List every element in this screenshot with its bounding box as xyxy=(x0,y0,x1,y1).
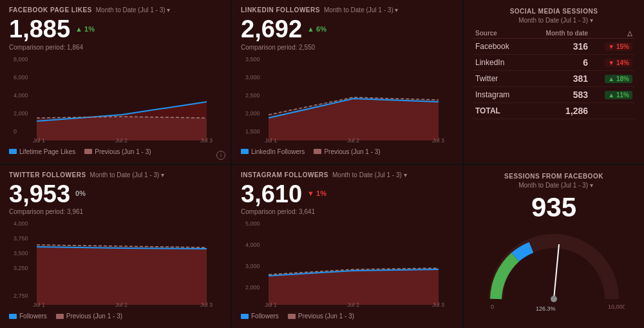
svg-text:Jul 3: Jul 3 xyxy=(200,137,213,144)
svg-text:Jul 3: Jul 3 xyxy=(200,302,213,308)
svg-text:8,000: 8,000 xyxy=(14,56,28,63)
svg-text:2,750: 2,750 xyxy=(14,293,28,299)
instagram-legend-label: Followers xyxy=(251,313,279,320)
facebook-legend: Lifetime Page Likes Previous (Jun 1 - 3) xyxy=(9,148,222,155)
instagram-legend-current: Followers xyxy=(241,313,279,320)
svg-text:Jul 2: Jul 2 xyxy=(115,137,128,144)
twitter-value: 3,953 xyxy=(9,181,70,208)
svg-text:10,000: 10,000 xyxy=(608,304,625,310)
value-facebook: 316 xyxy=(526,39,591,55)
svg-text:4,000: 4,000 xyxy=(14,220,28,227)
delta-instagram: ▲ 11% xyxy=(591,87,635,103)
linkedin-legend-previous: Previous (Jun 1 - 3) xyxy=(314,148,380,155)
dashboard: FACEBOOK PAGE LIKES Month to Date (Jul 1… xyxy=(0,0,644,328)
svg-text:2,500: 2,500 xyxy=(245,92,260,99)
value-instagram: 583 xyxy=(526,87,591,103)
twitter-title: TWITTER FOLLOWERS xyxy=(9,171,86,178)
svg-text:Jul 2: Jul 2 xyxy=(347,302,359,308)
svg-text:126.3%: 126.3% xyxy=(536,305,556,312)
table-row: Facebook 316 ▼ 15% xyxy=(473,39,635,55)
twitter-legend-color-prev xyxy=(56,314,64,319)
svg-text:2,000: 2,000 xyxy=(245,110,260,117)
delta-twitter: ▲ 18% xyxy=(591,71,635,87)
total-value: 1,286 xyxy=(526,103,591,119)
svg-text:0: 0 xyxy=(14,128,17,135)
svg-marker-35 xyxy=(269,268,439,305)
facebook-date-filter[interactable]: Month to Date (Jul 1 - 3) xyxy=(96,6,171,14)
instagram-value: 3,610 xyxy=(241,181,302,208)
social-sessions-date-filter[interactable]: Month to Date (Jul 1 - 3) xyxy=(518,17,593,24)
instagram-legend-label-prev: Previous (Jun 1 - 3) xyxy=(298,313,354,320)
facebook-legend-previous: Previous (Jun 1 - 3) xyxy=(84,148,151,155)
svg-marker-26 xyxy=(37,245,207,305)
linkedin-title: LINKEDIN FOLLOWERS xyxy=(241,6,320,14)
facebook-chart: 8,000 6,000 4,000 2,000 0 Jul 1 Jul 2 Ju… xyxy=(9,53,222,146)
linkedin-badge: ▲ 6% xyxy=(307,25,327,33)
twitter-panel: TWITTER FOLLOWERS Month to Date (Jul 1 -… xyxy=(0,165,231,329)
instagram-title: INSTAGRAM FOLLOWERS xyxy=(241,171,328,178)
fb-sessions-value: 935 xyxy=(531,192,576,223)
source-twitter: Twitter xyxy=(473,71,526,87)
twitter-date-filter[interactable]: Month to Date (Jul 1 - 3) xyxy=(90,171,165,178)
social-sessions-title: SOCIAL MEDIA SESSIONS xyxy=(510,8,598,15)
linkedin-legend-color-previous xyxy=(314,149,321,154)
facebook-legend-color-previous xyxy=(84,149,92,154)
linkedin-date-filter[interactable]: Month to Date (Jul 1 - 3) xyxy=(324,6,399,14)
twitter-legend-label-prev: Previous (Jun 1 - 3) xyxy=(66,313,122,320)
svg-text:3,500: 3,500 xyxy=(245,56,260,63)
svg-text:2,000: 2,000 xyxy=(245,284,260,291)
instagram-legend-color xyxy=(241,314,249,319)
twitter-legend: Followers Previous (Jun 1 - 3) xyxy=(9,313,222,320)
delta-facebook: ▼ 15% xyxy=(591,39,635,55)
linkedin-legend-current: LinkedIn Followers xyxy=(241,148,305,155)
svg-text:Jul 1: Jul 1 xyxy=(265,302,277,308)
svg-text:6,000: 6,000 xyxy=(14,74,28,81)
instagram-date-filter[interactable]: Month to Date (Jul 1 - 3) xyxy=(332,171,407,178)
linkedin-comparison: Comparison period: 2,550 xyxy=(241,44,453,51)
svg-marker-16 xyxy=(269,97,439,140)
instagram-legend-previous: Previous (Jun 1 - 3) xyxy=(288,313,354,320)
total-label: TOTAL xyxy=(473,103,526,119)
facebook-legend-label-previous: Previous (Jun 1 - 3) xyxy=(95,148,151,155)
linkedin-legend-color-current xyxy=(241,149,249,154)
svg-text:Jul 3: Jul 3 xyxy=(432,302,444,308)
svg-text:3,000: 3,000 xyxy=(245,263,260,269)
svg-line-39 xyxy=(554,244,559,299)
linkedin-legend: LinkedIn Followers Previous (Jun 1 - 3) xyxy=(241,148,453,155)
linkedin-legend-label-previous: Previous (Jun 1 - 3) xyxy=(324,148,380,155)
fb-sessions-date-filter[interactable]: Month to Date (Jul 1 - 3) xyxy=(518,182,593,189)
svg-text:Jul 1: Jul 1 xyxy=(265,137,277,144)
instagram-chart: 5,000 4,000 3,000 2,000 Jul 1 Jul 2 Jul … xyxy=(241,218,453,310)
facebook-comparison: Comparison period: 1,864 xyxy=(9,44,222,51)
sessions-table: Source Month to date △ Facebook 316 ▼ 15… xyxy=(473,28,635,119)
svg-text:1,500: 1,500 xyxy=(245,128,260,135)
twitter-legend-current: Followers xyxy=(9,313,47,320)
twitter-legend-label: Followers xyxy=(19,313,47,320)
facebook-title: FACEBOOK PAGE LIKES xyxy=(9,6,92,14)
svg-text:Jul 1: Jul 1 xyxy=(33,302,45,308)
value-linkedin: 6 xyxy=(526,55,591,71)
delta-linkedin: ▼ 14% xyxy=(591,55,635,71)
col-delta: △ xyxy=(591,28,635,39)
svg-text:4,000: 4,000 xyxy=(14,92,28,99)
linkedin-legend-label-current: LinkedIn Followers xyxy=(251,148,305,155)
svg-text:3,500: 3,500 xyxy=(14,250,28,256)
svg-text:Jul 2: Jul 2 xyxy=(347,137,359,144)
instagram-badge: ▼ 1% xyxy=(307,189,327,197)
col-source: Source xyxy=(473,28,526,39)
svg-point-40 xyxy=(551,296,557,302)
svg-text:3,250: 3,250 xyxy=(14,265,28,271)
facebook-info-icon[interactable]: i xyxy=(216,151,225,160)
facebook-legend-current: Lifetime Page Likes xyxy=(9,148,75,155)
linkedin-value: 2,692 xyxy=(241,16,302,43)
facebook-legend-color-current xyxy=(9,149,17,154)
twitter-legend-previous: Previous (Jun 1 - 3) xyxy=(56,313,122,320)
linkedin-chart: 3,500 3,000 2,500 2,000 1,500 Jul 1 Jul … xyxy=(241,53,453,146)
twitter-chart: 4,000 3,750 3,500 3,250 2,750 Jul 1 Jul … xyxy=(9,218,222,310)
social-sessions-panel: SOCIAL MEDIA SESSIONS Month to Date (Jul… xyxy=(464,0,644,164)
instagram-legend-color-prev xyxy=(288,314,296,319)
facebook-legend-label-current: Lifetime Page Likes xyxy=(19,148,75,155)
instagram-comparison: Comparison period: 3,641 xyxy=(241,208,453,215)
facebook-value: 1,885 xyxy=(9,16,70,43)
svg-text:3,000: 3,000 xyxy=(245,74,260,81)
